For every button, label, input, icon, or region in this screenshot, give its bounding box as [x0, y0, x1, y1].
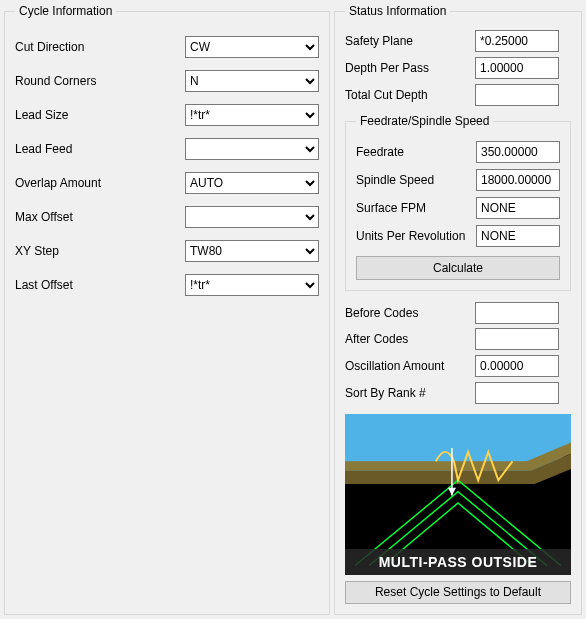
sort-by-rank-label: Sort By Rank # — [345, 386, 475, 400]
feedrate-spindle-legend: Feedrate/Spindle Speed — [356, 114, 493, 128]
lead-size-select[interactable]: !*tr* — [185, 104, 319, 126]
units-per-rev-input[interactable] — [476, 225, 560, 247]
cycle-preview-image: MULTI-PASS OUTSIDE — [345, 414, 571, 575]
max-offset-label: Max Offset — [15, 210, 185, 224]
status-information-group: Status Information Safety Plane Depth Pe… — [334, 4, 582, 615]
spindle-speed-label: Spindle Speed — [356, 173, 476, 187]
after-codes-input[interactable] — [475, 328, 559, 350]
surface-fpm-label: Surface FPM — [356, 201, 476, 215]
xy-step-label: XY Step — [15, 244, 185, 258]
total-cut-depth-input[interactable] — [475, 84, 559, 106]
lead-feed-select[interactable] — [185, 138, 319, 160]
feedrate-input[interactable] — [476, 141, 560, 163]
safety-plane-input[interactable] — [475, 30, 559, 52]
xy-step-select[interactable]: TW80 — [185, 240, 319, 262]
cycle-information-legend: Cycle Information — [15, 4, 116, 18]
preview-caption: MULTI-PASS OUTSIDE — [345, 549, 571, 575]
oscillation-amount-input[interactable] — [475, 355, 559, 377]
last-offset-label: Last Offset — [15, 278, 185, 292]
after-codes-label: After Codes — [345, 332, 475, 346]
round-corners-label: Round Corners — [15, 74, 185, 88]
surface-fpm-input[interactable] — [476, 197, 560, 219]
spindle-speed-input[interactable] — [476, 169, 560, 191]
last-offset-select[interactable]: !*tr* — [185, 274, 319, 296]
overlap-amount-label: Overlap Amount — [15, 176, 185, 190]
depth-per-pass-input[interactable] — [475, 57, 559, 79]
round-corners-select[interactable]: N — [185, 70, 319, 92]
sort-by-rank-input[interactable] — [475, 382, 559, 404]
oscillation-amount-label: Oscillation Amount — [345, 359, 475, 373]
safety-plane-label: Safety Plane — [345, 34, 475, 48]
before-codes-label: Before Codes — [345, 306, 475, 320]
feedrate-spindle-group: Feedrate/Spindle Speed Feedrate Spindle … — [345, 114, 571, 291]
status-information-legend: Status Information — [345, 4, 450, 18]
max-offset-select[interactable] — [185, 206, 319, 228]
total-cut-depth-label: Total Cut Depth — [345, 88, 475, 102]
before-codes-input[interactable] — [475, 302, 559, 324]
lead-feed-label: Lead Feed — [15, 142, 185, 156]
units-per-rev-label: Units Per Revolution — [356, 229, 476, 243]
cut-direction-select[interactable]: CW — [185, 36, 319, 58]
calculate-button[interactable]: Calculate — [356, 256, 560, 280]
overlap-amount-select[interactable]: AUTO — [185, 172, 319, 194]
reset-cycle-button[interactable]: Reset Cycle Settings to Default — [345, 581, 571, 604]
cycle-information-group: Cycle Information Cut Direction CW Round… — [4, 4, 330, 615]
depth-per-pass-label: Depth Per Pass — [345, 61, 475, 75]
lead-size-label: Lead Size — [15, 108, 185, 122]
feedrate-label: Feedrate — [356, 145, 476, 159]
cut-direction-label: Cut Direction — [15, 40, 185, 54]
